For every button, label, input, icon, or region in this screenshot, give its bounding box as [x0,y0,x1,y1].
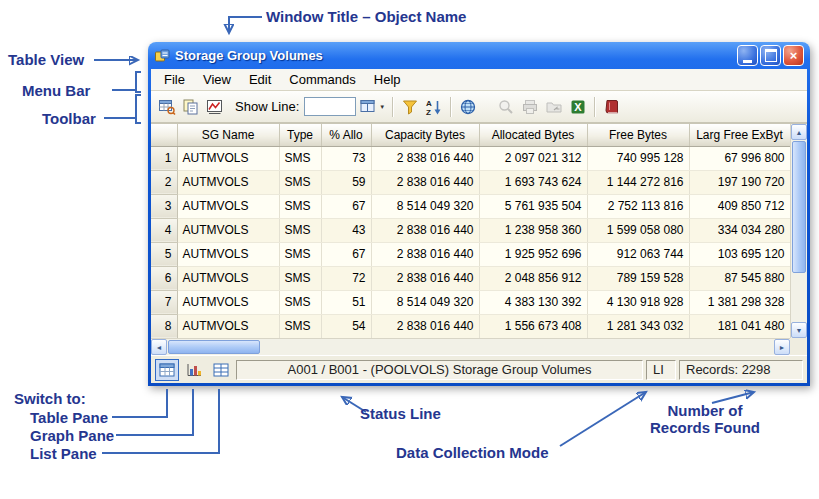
filter-button[interactable] [398,95,422,119]
graph-pane-button[interactable] [182,359,206,381]
cell: SMS [279,242,321,266]
zoom-button[interactable] [494,95,518,119]
menu-view[interactable]: View [194,70,240,89]
cell: 5 761 935 504 [479,194,587,218]
scrollbar-corner [790,338,807,355]
printer-icon [521,98,539,116]
callout-graph-pane: Graph Pane [30,427,114,444]
scroll-up-button[interactable]: ▲ [791,124,807,140]
cell: 72 [321,266,371,290]
cell: 67 [321,194,371,218]
vertical-scroll-thumb[interactable] [792,141,806,273]
graph-pane-icon [186,363,202,377]
show-line-label: Show Line: [235,99,299,114]
row-number: 4 [151,218,177,242]
callout-data-collection-mode: Data Collection Mode [396,444,549,461]
table-pane-button[interactable] [155,359,179,381]
column-header[interactable]: % Allo [321,124,371,146]
export-button[interactable] [542,95,566,119]
chart-icon [206,98,224,116]
row-number: 3 [151,194,177,218]
cell: 1 144 272 816 [587,170,689,194]
callout-table-pane: Table Pane [30,409,108,426]
cell: 197 190 720 [689,170,790,194]
cell: 334 034 280 [689,218,790,242]
scroll-down-button[interactable]: ▼ [791,322,807,338]
cell: 8 514 049 320 [371,290,479,314]
vertical-scrollbar[interactable]: ▲ ▼ [790,124,807,338]
table-row[interactable]: 5 AUTMVOLS SMS 67 2 838 016 440 1 925 95… [151,242,790,266]
print-button[interactable] [518,95,542,119]
row-number: 7 [151,290,177,314]
cell: SMS [279,266,321,290]
minimize-button[interactable] [737,45,758,66]
cell: 51 [321,290,371,314]
layout-button[interactable]: ▼ [356,95,388,119]
copy-button[interactable] [179,95,203,119]
maximize-button[interactable] [760,45,781,66]
cell: AUTMVOLS [177,242,279,266]
scroll-right-button[interactable]: ► [774,339,790,355]
cell: 4 383 130 392 [479,290,587,314]
list-pane-icon [213,363,229,377]
data-collection-mode[interactable]: LI [646,360,676,380]
help-button[interactable] [600,95,624,119]
table-row[interactable]: 6 AUTMVOLS SMS 72 2 838 016 440 2 048 85… [151,266,790,290]
menu-file[interactable]: File [155,70,194,89]
status-bar: A001 / B001 - (POOLVOLS) Storage Group V… [151,355,807,383]
cell: 67 [321,242,371,266]
column-header[interactable]: SG Name [177,124,279,146]
status-line: A001 / B001 - (POOLVOLS) Storage Group V… [236,360,643,380]
svg-text:Z: Z [426,107,431,116]
table-row[interactable]: 3 AUTMVOLS SMS 67 8 514 049 320 5 761 93… [151,194,790,218]
cell: SMS [279,170,321,194]
callout-list-pane: List Pane [30,445,97,462]
column-header[interactable]: Larg Free ExByt [689,124,790,146]
cell: 2 048 856 912 [479,266,587,290]
table-row[interactable]: 2 AUTMVOLS SMS 59 2 838 016 440 1 693 74… [151,170,790,194]
list-pane-button[interactable] [209,359,233,381]
show-line-input[interactable] [304,97,356,116]
cell: AUTMVOLS [177,314,279,338]
menu-edit[interactable]: Edit [240,70,280,89]
menu-bar: File View Edit Commands Help [151,69,807,91]
excel-button[interactable]: X [566,95,590,119]
column-header[interactable]: Capacity Bytes [371,124,479,146]
cell: 1 238 958 360 [479,218,587,242]
toolbar-separator [594,97,596,117]
toolbar-separator [392,97,394,117]
table-row[interactable]: 4 AUTMVOLS SMS 43 2 838 016 440 1 238 95… [151,218,790,242]
close-button[interactable]: × [783,45,804,66]
layout-icon [359,98,377,116]
corner-header[interactable] [151,124,177,146]
table-row[interactable]: 1 AUTMVOLS SMS 73 2 838 016 440 2 097 02… [151,146,790,170]
toolbar-separator [450,97,452,117]
sort-button[interactable]: A Z [422,95,446,119]
callout-records-found: Number of Records Found [635,402,775,436]
menu-commands[interactable]: Commands [280,70,364,89]
column-header[interactable]: Type [279,124,321,146]
cell: 87 545 880 [689,266,790,290]
column-header[interactable]: Allocated Bytes [479,124,587,146]
title-bar[interactable]: Storage Group Volumes × [151,42,807,69]
table-row[interactable]: 8 AUTMVOLS SMS 54 2 838 016 440 1 556 67… [151,314,790,338]
table-row[interactable]: 7 AUTMVOLS SMS 51 8 514 049 320 4 383 13… [151,290,790,314]
scroll-left-button[interactable]: ◄ [151,339,167,355]
svg-text:X: X [575,101,583,113]
cell: 789 159 528 [587,266,689,290]
chart-button[interactable] [203,95,227,119]
cell: 2 838 016 440 [371,266,479,290]
globe-button[interactable] [456,95,480,119]
app-window: Storage Group Volumes × File View Edit C… [148,42,810,386]
view-columns-button[interactable] [155,95,179,119]
column-header[interactable]: Free Bytes [587,124,689,146]
cell: 740 995 128 [587,146,689,170]
horizontal-scroll-thumb[interactable] [168,340,260,354]
cell: 1 925 952 696 [479,242,587,266]
data-table: SG Name Type % Allo Capacity Bytes Alloc… [151,124,791,339]
horizontal-scrollbar[interactable]: ◄ ► [151,338,790,355]
menu-help[interactable]: Help [365,70,410,89]
callout-menu-bar: Menu Bar [22,82,90,99]
cell: 1 599 058 080 [587,218,689,242]
cell: 409 850 712 [689,194,790,218]
